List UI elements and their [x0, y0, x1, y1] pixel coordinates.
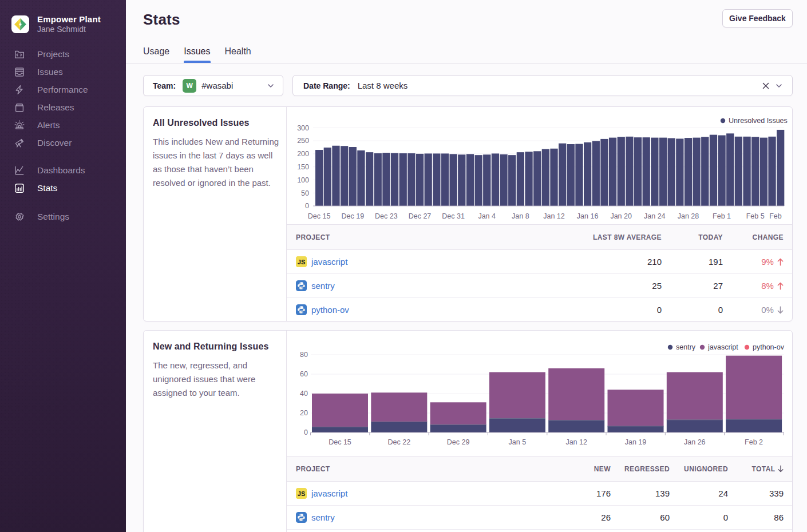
svg-text:0: 0	[305, 202, 309, 210]
svg-text:Jan 4: Jan 4	[478, 212, 496, 220]
svg-text:50: 50	[301, 189, 309, 197]
svg-text:Unresolved Issues: Unresolved Issues	[729, 117, 788, 125]
svg-text:150: 150	[297, 163, 309, 171]
svg-text:Dec 27: Dec 27	[409, 212, 432, 220]
svg-text:Jan 20: Jan 20	[610, 212, 632, 220]
svg-text:Jan 19: Jan 19	[625, 438, 647, 446]
svg-text:Dec 29: Dec 29	[447, 438, 470, 446]
svg-text:Dec 31: Dec 31	[442, 212, 465, 220]
svg-text:Dec 15: Dec 15	[329, 438, 351, 446]
svg-text:Feb 1: Feb 1	[713, 212, 731, 220]
svg-text:300: 300	[297, 124, 309, 132]
svg-text:80: 80	[300, 351, 308, 359]
svg-text:Jan 26: Jan 26	[684, 438, 706, 446]
svg-text:Dec 23: Dec 23	[375, 212, 398, 220]
svg-text:Dec 15: Dec 15	[308, 212, 331, 220]
svg-text:Feb 2: Feb 2	[745, 438, 763, 446]
svg-text:sentry: sentry	[676, 343, 696, 351]
svg-text:200: 200	[297, 150, 309, 158]
svg-text:Jan 24: Jan 24	[644, 212, 666, 220]
svg-text:Dec 22: Dec 22	[387, 438, 410, 446]
svg-text:JS: JS	[298, 259, 305, 265]
svg-text:60: 60	[300, 370, 308, 378]
svg-text:100: 100	[297, 176, 309, 184]
svg-text:0: 0	[304, 428, 308, 436]
svg-text:Feb 5: Feb 5	[746, 212, 765, 220]
svg-text:Jan 16: Jan 16	[577, 212, 599, 220]
svg-text:Dec 19: Dec 19	[341, 212, 364, 220]
svg-text:Jan 8: Jan 8	[512, 212, 529, 220]
svg-text:python-ov: python-ov	[753, 343, 785, 351]
svg-text:40: 40	[300, 390, 308, 398]
svg-text:Jan 5: Jan 5	[509, 438, 527, 446]
svg-text:250: 250	[297, 137, 309, 145]
svg-text:Jan 12: Jan 12	[565, 438, 587, 446]
svg-text:javascript: javascript	[707, 343, 738, 351]
svg-text:Feb: Feb	[769, 212, 782, 220]
svg-text:JS: JS	[298, 490, 305, 497]
svg-text:Jan 12: Jan 12	[543, 212, 565, 220]
svg-text:Jan 28: Jan 28	[678, 212, 699, 220]
svg-text:20: 20	[300, 409, 308, 417]
